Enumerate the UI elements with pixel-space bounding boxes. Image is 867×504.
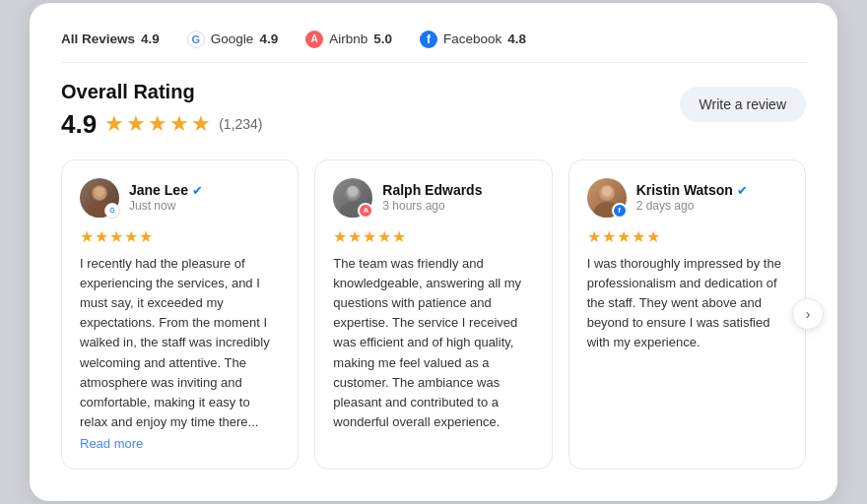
tab-all-label: All Reviews — [61, 32, 135, 46]
tab-all-reviews[interactable]: All Reviews 4.9 — [61, 32, 160, 46]
tab-all-score: 4.9 — [141, 32, 160, 46]
read-more-jane[interactable]: Read more — [80, 436, 280, 451]
review-card-kristin-watson: f Kristin Watson ✔ 2 days ago ★ ★ ★ ★ ★ … — [568, 159, 806, 470]
reviews-grid: G Jane Lee ✔ Just now ★ ★ ★ ★ ★ I recent… — [61, 159, 806, 470]
avatar-wrap-jane: G — [80, 178, 119, 218]
reviewer-name-row-jane: Jane Lee ✔ — [129, 182, 203, 198]
review-text-ralph: The team was friendly and knowledgeable,… — [333, 254, 533, 432]
overall-left: Overall Rating 4.9 ★ ★ ★ ★ ★ (1,234) — [61, 81, 263, 140]
star-1: ★ — [104, 111, 124, 137]
reviewer-info-ralph: Ralph Edwards 3 hours ago — [382, 182, 482, 213]
overall-title: Overall Rating — [61, 81, 263, 103]
platform-badge-kristin: f — [612, 203, 628, 219]
platform-badge-jane: G — [104, 203, 120, 219]
tab-facebook-label: Facebook — [443, 32, 501, 46]
review-card-ralph-edwards: A Ralph Edwards 3 hours ago ★ ★ ★ ★ ★ Th… — [314, 159, 552, 470]
tab-airbnb-score: 5.0 — [373, 32, 392, 46]
overall-rating-row: 4.9 ★ ★ ★ ★ ★ (1,234) — [61, 109, 263, 140]
overall-rating-section: Overall Rating 4.9 ★ ★ ★ ★ ★ (1,234) Wri… — [61, 81, 806, 140]
review-text-jane: I recently had the pleasure of experienc… — [80, 254, 280, 432]
svg-point-11 — [602, 186, 612, 196]
tab-airbnb[interactable]: A Airbnb 5.0 — [305, 31, 392, 48]
reviewer-time-ralph: 3 hours ago — [382, 199, 482, 213]
platform-tabs: All Reviews 4.9 G Google 4.9 A Airbnb 5.… — [61, 31, 806, 63]
reviewer-time-kristin: 2 days ago — [636, 199, 748, 213]
tab-airbnb-label: Airbnb — [329, 32, 367, 46]
reviewer-name-row-kristin: Kristin Watson ✔ — [636, 182, 748, 198]
tab-google[interactable]: G Google 4.9 — [187, 31, 278, 48]
review-stars-ralph: ★ ★ ★ ★ ★ — [333, 227, 533, 246]
reviewer-header-jane: G Jane Lee ✔ Just now — [80, 178, 280, 218]
google-icon: G — [187, 31, 205, 48]
facebook-icon: f — [420, 31, 437, 48]
write-review-button[interactable]: Write a review — [680, 87, 806, 122]
svg-point-7 — [348, 186, 358, 196]
reviewer-name-ralph: Ralph Edwards — [382, 182, 482, 198]
tab-google-score: 4.9 — [259, 32, 278, 46]
review-stars-kristin: ★ ★ ★ ★ ★ — [587, 227, 787, 246]
overall-score: 4.9 — [61, 109, 97, 140]
reviewer-header-ralph: A Ralph Edwards 3 hours ago — [333, 178, 533, 218]
reviewer-time-jane: Just now — [129, 199, 203, 213]
reviews-widget: All Reviews 4.9 G Google 4.9 A Airbnb 5.… — [30, 3, 837, 501]
star-4: ★ — [169, 111, 189, 137]
airbnb-icon: A — [305, 31, 323, 48]
star-2: ★ — [126, 111, 146, 137]
reviewer-info-jane: Jane Lee ✔ Just now — [129, 182, 203, 213]
reviewer-info-kristin: Kristin Watson ✔ 2 days ago — [636, 182, 748, 213]
platform-badge-ralph: A — [358, 203, 373, 219]
avatar-wrap-kristin: f — [587, 178, 627, 218]
review-card-jane-lee: G Jane Lee ✔ Just now ★ ★ ★ ★ ★ I recent… — [61, 159, 299, 470]
next-reviews-button[interactable]: › — [792, 298, 824, 330]
tab-google-label: Google — [211, 32, 254, 46]
overall-stars: ★ ★ ★ ★ ★ — [104, 111, 211, 137]
chevron-right-icon: › — [806, 306, 811, 322]
tab-facebook[interactable]: f Facebook 4.8 — [420, 31, 526, 48]
verified-icon-kristin: ✔ — [737, 183, 748, 198]
svg-point-3 — [95, 187, 104, 197]
reviewer-name-jane: Jane Lee — [129, 182, 188, 198]
avatar-wrap-ralph: A — [333, 178, 372, 218]
star-5: ★ — [191, 111, 211, 137]
review-count: (1,234) — [219, 116, 262, 132]
star-3: ★ — [148, 111, 167, 137]
reviewer-name-row-ralph: Ralph Edwards — [382, 182, 482, 198]
review-text-kristin: I was thoroughly impressed by the profes… — [587, 254, 787, 353]
review-stars-jane: ★ ★ ★ ★ ★ — [80, 227, 280, 246]
reviewer-name-kristin: Kristin Watson — [636, 182, 733, 198]
reviewer-header-kristin: f Kristin Watson ✔ 2 days ago — [587, 178, 787, 218]
tab-facebook-score: 4.8 — [507, 32, 526, 46]
verified-icon-jane: ✔ — [192, 183, 203, 198]
